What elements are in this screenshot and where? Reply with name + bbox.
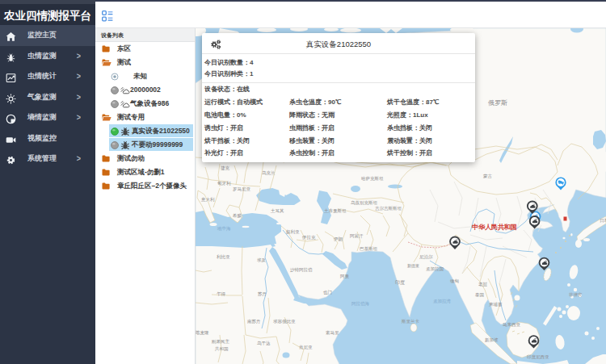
svg-text:阿曼: 阿曼: [340, 274, 350, 279]
svg-text:斯里兰卡: 斯里兰卡: [401, 319, 420, 324]
svg-text:喀麦隆: 喀麦隆: [196, 330, 209, 336]
svg-text:刚果民主: 刚果民主: [212, 339, 230, 345]
svg-text:印度: 印度: [395, 279, 405, 286]
svg-text:蒙古: 蒙古: [483, 174, 493, 178]
svg-text:意大利: 意大利: [200, 197, 215, 202]
svg-text:希腊: 希腊: [233, 213, 242, 218]
svg-text:吉尔吉斯斯坦: 吉尔吉斯斯坦: [375, 206, 402, 211]
svg-text:日本: 日本: [600, 218, 606, 224]
svg-text:乌兹别克斯坦: 乌兹别克斯坦: [351, 200, 378, 206]
svg-text:叙利亚: 叙利亚: [286, 229, 300, 235]
svg-text:阿拉伯海: 阿拉伯海: [351, 301, 370, 307]
svg-text:索马里: 索马里: [326, 330, 339, 335]
svg-text:新加坡: 新加坡: [485, 337, 499, 342]
svg-text:菲律宾: 菲律宾: [569, 292, 583, 297]
svg-text:伊拉克: 伊拉克: [301, 235, 316, 241]
svg-text:捷克: 捷克: [221, 165, 230, 171]
svg-text:共和国: 共和国: [214, 346, 229, 352]
svg-text:罗马尼亚: 罗马尼亚: [233, 186, 251, 192]
svg-text:孟加拉湾: 孟加拉湾: [433, 299, 452, 304]
svg-text:沙特阿拉伯: 沙特阿拉伯: [290, 267, 313, 273]
svg-text:柬埔寨: 柬埔寨: [489, 302, 503, 307]
svg-text:新德里: 新德里: [407, 263, 419, 269]
svg-text:缅甸: 缅甸: [450, 278, 459, 284]
svg-text:哈萨克斯坦: 哈萨克斯坦: [361, 176, 384, 182]
svg-text:中华人民共和国: 中华人民共和国: [472, 224, 517, 231]
svg-text:土库曼斯坦: 土库曼斯坦: [324, 208, 347, 214]
svg-text:老挝: 老挝: [478, 282, 488, 287]
svg-text:俄罗斯: 俄罗斯: [488, 99, 507, 107]
svg-text:马来西亚: 马来西亚: [503, 322, 521, 328]
svg-text:地中海: 地中海: [217, 226, 231, 232]
svg-text:乌克兰: 乌克兰: [262, 170, 276, 176]
svg-text:尼泊尔: 尼泊尔: [419, 254, 433, 260]
svg-text:苏丹: 苏丹: [258, 291, 267, 296]
svg-text:乌干达: 乌干达: [257, 341, 271, 345]
svg-text:土耳其: 土耳其: [271, 208, 284, 213]
svg-text:泰国: 泰国: [475, 292, 484, 298]
svg-text:也门: 也门: [323, 290, 332, 295]
svg-text:巴基斯坦: 巴基斯坦: [360, 246, 378, 251]
svg-text:伊朗: 伊朗: [333, 236, 343, 242]
svg-text:埃及: 埃及: [257, 257, 267, 262]
svg-text:印度尼西亚: 印度尼西亚: [527, 354, 549, 360]
svg-text:肯尼亚: 肯尼亚: [299, 345, 313, 349]
svg-text:埃塞俄比亚: 埃塞俄比亚: [273, 319, 296, 324]
svg-text:乍得: 乍得: [217, 291, 226, 297]
svg-text:阿富汗: 阿富汗: [350, 233, 364, 239]
svg-text:利比亚: 利比亚: [217, 254, 230, 259]
svg-text:孟加拉国: 孟加拉国: [426, 266, 444, 272]
svg-text:匈牙利: 匈牙利: [217, 181, 231, 186]
svg-text:南苏丹: 南苏丹: [247, 319, 261, 324]
